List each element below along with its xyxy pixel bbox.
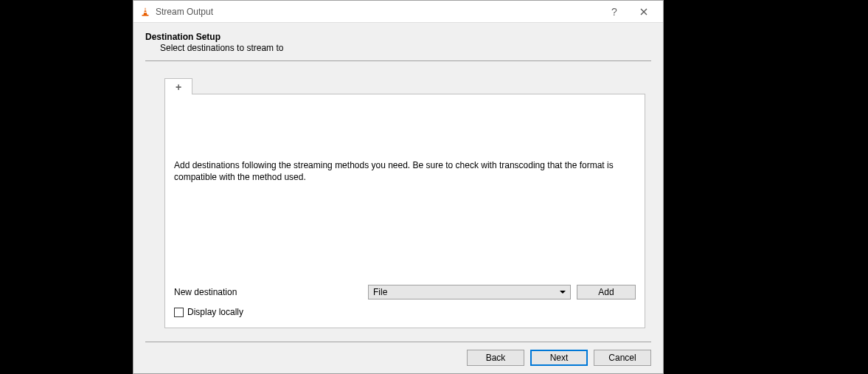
titlebar: Stream Output ? [133,1,663,23]
footer-buttons: Back Next Cancel [145,342,651,366]
help-button[interactable]: ? [600,1,629,22]
new-destination-row: New destination File Add [174,285,636,299]
tab-panel: Add destinations following the streaming… [164,94,645,328]
display-locally-row: Display locally [174,307,636,317]
chevron-down-icon [560,291,566,294]
display-locally-label: Display locally [187,307,243,317]
add-tab-button[interactable]: + [164,78,192,94]
description-text: Add destinations following the streaming… [174,159,636,183]
destination-select-value: File [373,287,387,297]
add-button[interactable]: Add [577,285,636,299]
tab-area: + Add destinations following the streami… [164,77,645,328]
svg-rect-2 [144,12,147,13]
tab-strip: + [164,77,645,94]
stream-output-dialog: Stream Output ? Destination Setup Select… [133,0,664,374]
plus-icon: + [176,81,181,93]
vlc-cone-icon [139,6,151,18]
back-button[interactable]: Back [467,350,524,366]
new-destination-label: New destination [174,287,362,297]
section-title: Destination Setup [145,32,651,42]
next-button[interactable]: Next [530,350,588,366]
cancel-button[interactable]: Cancel [594,350,651,366]
svg-marker-0 [144,7,147,15]
close-button[interactable] [629,1,659,22]
window-title: Stream Output [156,7,600,17]
divider [145,60,651,61]
display-locally-checkbox[interactable] [174,308,184,317]
svg-rect-1 [144,10,146,10]
dialog-content: Destination Setup Select destinations to… [133,23,663,373]
section-subtitle: Select destinations to stream to [145,43,651,53]
svg-rect-3 [142,15,149,16]
destination-select[interactable]: File [368,285,571,299]
